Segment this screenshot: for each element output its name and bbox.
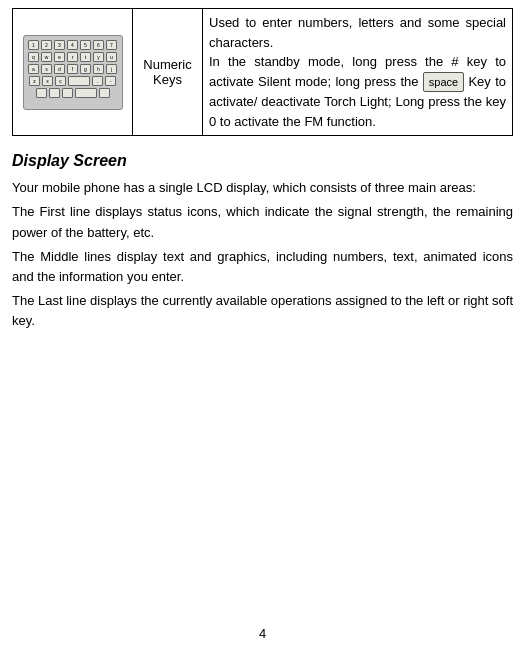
key-f: f [67,64,78,74]
numeric-keys-label: Numeric Keys [133,9,203,136]
key-x: x [42,76,53,86]
key-5: 5 [80,40,91,50]
key-h: h [93,64,104,74]
key-4: 4 [67,40,78,50]
key-2: 2 [41,40,52,50]
key-n2 [49,88,60,98]
key-sym1: . [92,76,103,86]
key-n3 [62,88,73,98]
key-r: r [67,52,78,62]
display-screen-title: Display Screen [12,152,513,170]
key-z: z [29,76,40,86]
numeric-keys-table: 1 2 3 4 5 6 7 q w e r t y [12,8,513,136]
paragraph-4: The Last line displays the currently ava… [12,291,513,331]
key-a: a [28,64,39,74]
key-s: s [41,64,52,74]
key-1: 1 [28,40,39,50]
key-e: e [54,52,65,62]
keypad-row-3: a s d f g h j [28,64,118,74]
key-space [68,76,90,86]
space-key-icon: space [423,72,464,93]
table-row: 1 2 3 4 5 6 7 q w e r t y [13,9,513,136]
page-number: 4 [12,626,513,641]
page-wrapper: 1 2 3 4 5 6 7 q w e r t y [12,8,513,653]
label-text: Numeric Keys [143,57,191,87]
keypad-row-2: q w e r t y u [28,52,118,62]
key-t: t [80,52,91,62]
key-c: c [55,76,66,86]
key-u: u [106,52,117,62]
description-cell: Used to enter numbers, letters and some … [203,9,513,136]
keypad-image: 1 2 3 4 5 6 7 q w e r t y [23,35,123,110]
keypad-row-4: z x c . - [28,76,118,86]
key-g: g [80,64,91,74]
key-n1 [36,88,47,98]
key-w: w [41,52,52,62]
paragraph-1: Your mobile phone has a single LCD displ… [12,178,513,198]
key-6: 6 [93,40,104,50]
key-y: y [93,52,104,62]
key-q: q [28,52,39,62]
key-3: 3 [54,40,65,50]
keypad-image-cell: 1 2 3 4 5 6 7 q w e r t y [13,9,133,136]
key-sym2: - [105,76,116,86]
paragraph-3: The Middle lines display text and graphi… [12,247,513,287]
desc-line1: Used to enter numbers, letters and some … [209,15,506,50]
desc-line2: In the standby mode, long press the # ke… [209,54,506,129]
key-enter [75,88,97,98]
keypad-row-1: 1 2 3 4 5 6 7 [28,40,118,50]
key-j: j [106,64,117,74]
paragraph-2: The First line displays status icons, wh… [12,202,513,242]
key-7: 7 [106,40,117,50]
key-d: d [54,64,65,74]
key-n4 [99,88,110,98]
keypad-row-5 [28,88,118,98]
